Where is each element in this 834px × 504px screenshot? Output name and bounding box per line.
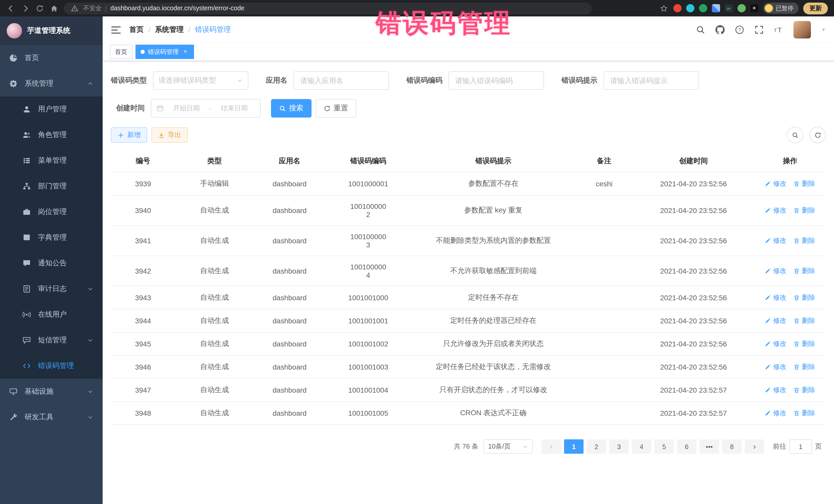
sidebar-item[interactable]: 菜单管理 xyxy=(0,148,103,174)
delete-link[interactable]: 删除 xyxy=(794,206,815,215)
delete-link[interactable]: 删除 xyxy=(794,386,815,395)
sidebar-item[interactable]: 字典管理 xyxy=(0,225,103,250)
address-bar[interactable]: 不安全 dashboard.yudao.iocoder.cn/system/er… xyxy=(64,2,592,14)
date-range-picker[interactable]: 开始日期 - 结束日期 xyxy=(151,99,261,117)
tab-错误码管理[interactable]: 错误码管理× xyxy=(135,45,194,59)
error-msg-input[interactable] xyxy=(603,71,699,90)
app-name-input[interactable] xyxy=(293,71,389,90)
delete-link[interactable]: 删除 xyxy=(794,293,815,302)
edit-link[interactable]: 修改 xyxy=(765,316,787,325)
bookmark-star-icon[interactable] xyxy=(659,4,668,13)
extension-icon-grid[interactable] xyxy=(711,4,720,12)
page-ellipsis[interactable]: ••• xyxy=(700,439,719,454)
sidebar-item[interactable]: 错误码管理 xyxy=(0,353,103,379)
edit-link[interactable]: 修改 xyxy=(765,339,787,349)
breadcrumb-item[interactable]: 首页 xyxy=(129,25,144,35)
sidebar-item[interactable]: 研发工具 xyxy=(0,404,103,430)
github-icon[interactable] xyxy=(716,25,725,35)
page-button[interactable]: 8 xyxy=(722,439,742,454)
add-button[interactable]: 新增 xyxy=(111,127,147,143)
edit-link[interactable]: 修改 xyxy=(765,206,787,215)
page-button[interactable]: 1 xyxy=(564,439,584,454)
show-search-button[interactable] xyxy=(787,127,803,143)
search-icon[interactable] xyxy=(696,25,705,35)
profile-paused-badge[interactable]: 已暂停 xyxy=(763,3,798,14)
extension-icon-teal[interactable] xyxy=(686,4,694,12)
sidebar-item-label: 字典管理 xyxy=(38,233,67,242)
home-icon[interactable] xyxy=(49,4,59,13)
app-logo[interactable]: 芋道管理系统 xyxy=(0,17,103,45)
table-row: 3940自动生成dashboard100100000 2参数配置 key 重复2… xyxy=(111,195,826,225)
error-type-select[interactable]: 请选择错误码类型 xyxy=(153,71,248,90)
edit-link[interactable]: 修改 xyxy=(765,293,787,302)
page-size-select[interactable]: 10条/页 xyxy=(483,439,533,454)
extension-icon-leaf[interactable] xyxy=(737,4,745,12)
announcement-icon xyxy=(23,259,31,267)
error-code-input[interactable] xyxy=(448,71,544,90)
delete-link[interactable]: 删除 xyxy=(794,236,815,245)
page-button[interactable]: 5 xyxy=(654,439,674,454)
forward-icon[interactable] xyxy=(21,4,30,13)
sidebar-item[interactable]: 基础设施 xyxy=(0,379,103,404)
page-button[interactable]: 6 xyxy=(677,439,697,454)
edit-link[interactable]: 修改 xyxy=(765,409,787,418)
sidebar-item[interactable]: 短信管理 xyxy=(0,327,103,353)
breadcrumb-item[interactable]: 系统管理 xyxy=(155,25,184,35)
extension-icon-on[interactable]: on xyxy=(724,4,733,12)
hamburger-icon[interactable] xyxy=(111,25,121,34)
tab-label: 错误码管理 xyxy=(148,47,179,56)
delete-link[interactable]: 删除 xyxy=(794,179,815,188)
page-button[interactable]: 2 xyxy=(587,439,606,454)
back-icon[interactable] xyxy=(6,4,15,13)
infra-icon xyxy=(9,388,18,396)
sidebar-item[interactable]: 用户管理 xyxy=(0,96,103,122)
delete-link[interactable]: 删除 xyxy=(794,316,815,325)
column-header: 创建时间 xyxy=(633,150,754,172)
edit-link[interactable]: 修改 xyxy=(765,266,787,276)
sidebar-item[interactable]: 首页 xyxy=(0,45,103,71)
edit-link[interactable]: 修改 xyxy=(765,386,787,395)
page-button[interactable]: 4 xyxy=(632,439,651,454)
user-avatar[interactable] xyxy=(793,21,811,39)
delete-icon xyxy=(794,364,800,370)
org-tree-icon xyxy=(23,182,31,191)
browser-update-button[interactable]: 更新 xyxy=(803,2,828,14)
sidebar-item[interactable]: 在线用户 xyxy=(0,302,103,327)
next-page-icon[interactable]: › xyxy=(745,439,764,454)
tab-dot-icon xyxy=(140,50,145,54)
caret-down-icon[interactable]: ▼ xyxy=(821,27,826,32)
docs-question-icon[interactable]: ? xyxy=(735,25,744,35)
reset-button[interactable]: 重置 xyxy=(316,99,356,117)
prev-page-icon[interactable]: ‹ xyxy=(542,439,561,454)
sidebar-item[interactable]: 部门管理 xyxy=(0,174,103,199)
close-icon[interactable]: × xyxy=(182,48,189,56)
delete-link[interactable]: 删除 xyxy=(794,339,815,349)
code-icon xyxy=(23,362,31,370)
goto-suffix: 页 xyxy=(815,442,822,451)
refresh-button[interactable] xyxy=(809,127,826,143)
sidebar-item[interactable]: 系统管理 xyxy=(0,71,103,96)
chevron-down-icon xyxy=(87,286,93,292)
page-button[interactable]: 3 xyxy=(609,439,629,454)
sidebar-item[interactable]: 审计日志 xyxy=(0,276,103,302)
edit-link[interactable]: 修改 xyxy=(765,236,787,245)
reload-icon[interactable] xyxy=(35,4,44,13)
extension-icon-pin[interactable]: ✈ xyxy=(750,4,758,12)
tab-首页[interactable]: 首页 xyxy=(110,45,132,59)
search-button[interactable]: 搜索 xyxy=(271,99,311,117)
fullscreen-icon[interactable] xyxy=(754,25,764,35)
extension-icon-red[interactable] xyxy=(673,4,681,12)
edit-link[interactable]: 修改 xyxy=(765,179,787,188)
goto-page-input[interactable] xyxy=(789,439,812,454)
export-button[interactable]: 导出 xyxy=(151,127,188,143)
extension-icon-green-check[interactable] xyxy=(699,4,707,12)
book-icon xyxy=(23,234,31,242)
font-size-icon[interactable]: TT xyxy=(774,25,783,35)
delete-link[interactable]: 删除 xyxy=(794,409,815,418)
delete-link[interactable]: 删除 xyxy=(794,266,815,276)
delete-link[interactable]: 删除 xyxy=(794,363,815,372)
sidebar-item[interactable]: 通知公告 xyxy=(0,250,103,276)
edit-link[interactable]: 修改 xyxy=(765,363,787,372)
sidebar-item[interactable]: 岗位管理 xyxy=(0,199,103,225)
sidebar-item[interactable]: 角色管理 xyxy=(0,122,103,148)
